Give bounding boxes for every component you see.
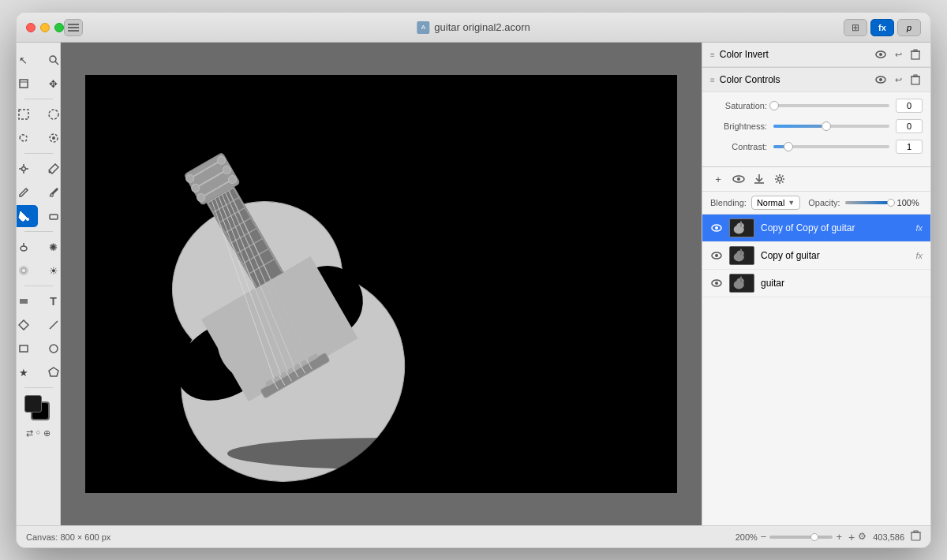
- svg-rect-7: [19, 110, 28, 119]
- svg-point-107: [715, 282, 718, 285]
- visibility-icon-2[interactable]: [874, 73, 888, 87]
- layer-visibility-toggle[interactable]: [710, 277, 723, 289]
- magic-wand-tool[interactable]: [17, 158, 38, 180]
- pen-tool[interactable]: [17, 314, 38, 336]
- color-controls-filter: ≡ Color Controls ↩ Sat: [702, 68, 930, 167]
- toolbar-toggle-btn[interactable]: ⊞: [844, 19, 867, 36]
- zoom-fit-icon[interactable]: ⊕: [43, 428, 51, 439]
- blur-tool[interactable]: [17, 259, 38, 282]
- settings-icon[interactable]: ⚙: [858, 531, 867, 543]
- default-colors-icon[interactable]: ○: [36, 428, 40, 439]
- rect-shape-tool[interactable]: [17, 290, 38, 312]
- fill-tool[interactable]: [17, 205, 38, 227]
- reset-icon-2[interactable]: ↩: [891, 73, 905, 87]
- svg-point-17: [50, 194, 53, 197]
- fx-btn[interactable]: fx: [870, 19, 894, 36]
- contrast-slider[interactable]: [773, 145, 889, 148]
- color-swatch-area: [24, 395, 53, 424]
- rect-select-tool[interactable]: [17, 103, 38, 125]
- layer-name: guitar: [761, 278, 923, 289]
- layer-gear-btn[interactable]: [772, 171, 788, 187]
- color-controls-actions: ↩: [874, 73, 923, 87]
- sidebar-toggle[interactable]: [64, 19, 83, 36]
- layer-item[interactable]: Copy of Copy of guitar fx: [702, 215, 930, 242]
- props-btn[interactable]: p: [897, 19, 921, 36]
- layer-fx-badge[interactable]: fx: [915, 223, 923, 233]
- svg-rect-114: [914, 531, 918, 532]
- rect-draw-tool[interactable]: [17, 338, 38, 360]
- layer-visibility-toggle[interactable]: [710, 249, 723, 262]
- contrast-row: Contrast: 1: [710, 140, 923, 154]
- brightness-value[interactable]: 0: [896, 119, 923, 133]
- filter-handle-2[interactable]: ≡: [710, 76, 715, 84]
- contrast-value[interactable]: 1: [896, 140, 923, 154]
- zoom-slider[interactable]: [769, 536, 833, 539]
- reset-icon[interactable]: ↩: [891, 47, 905, 62]
- layer-item[interactable]: guitar: [702, 270, 930, 297]
- opacity-slider[interactable]: [845, 201, 893, 204]
- layer-item[interactable]: Copy of guitar fx: [702, 242, 930, 270]
- titlebar-right: ⊞ fx p: [844, 19, 921, 36]
- canvas-content: [85, 75, 677, 493]
- layer-thumbnail: [729, 218, 754, 237]
- smudge-tool[interactable]: [17, 236, 38, 258]
- guitar-image: [85, 75, 677, 493]
- crop-tool[interactable]: [17, 73, 38, 95]
- right-panel: ≡ Color Invert ↩ ≡: [702, 43, 930, 525]
- blending-select[interactable]: Normal ▼: [751, 196, 800, 210]
- layer-toolbar: +: [702, 167, 930, 192]
- visibility-icon[interactable]: [874, 47, 888, 62]
- main-window: A guitar original2.acorn ⊞ fx p ↖ ✥: [16, 12, 931, 548]
- layer-settings-btn[interactable]: [731, 171, 747, 187]
- canvas-area[interactable]: [61, 43, 702, 525]
- layer-thumbnail: [729, 246, 754, 265]
- layer-fx-badge[interactable]: fx: [915, 251, 923, 260]
- svg-rect-111: [740, 277, 742, 283]
- star-tool[interactable]: ★: [17, 361, 38, 383]
- add-layer-btn[interactable]: +: [710, 171, 726, 187]
- trash-icon[interactable]: [911, 530, 921, 543]
- saturation-value[interactable]: 0: [896, 99, 923, 113]
- foreground-color-swatch[interactable]: [24, 395, 42, 413]
- layer-download-btn[interactable]: [751, 171, 767, 187]
- zoom-plus-icon[interactable]: +: [836, 531, 842, 543]
- svg-marker-28: [49, 368, 58, 376]
- layers-list: Copy of Copy of guitar fx Copy of guitar…: [702, 215, 930, 525]
- svg-rect-81: [911, 51, 919, 59]
- brightness-row: Brightness: 0: [710, 119, 923, 133]
- blending-chevron-icon: ▼: [788, 199, 795, 207]
- pixel-count: 403,586: [873, 532, 904, 542]
- delete-filter-icon[interactable]: [908, 47, 923, 62]
- minimize-button[interactable]: [40, 23, 50, 32]
- zoom-minus-icon[interactable]: −: [761, 531, 767, 543]
- layer-thumbnail: [729, 274, 754, 293]
- swap-colors-icon[interactable]: ⇄: [26, 428, 33, 439]
- svg-rect-99: [740, 222, 742, 228]
- brightness-slider[interactable]: [773, 125, 889, 128]
- layer-name: Copy of Copy of guitar: [761, 222, 909, 233]
- maximize-button[interactable]: [54, 23, 64, 32]
- svg-point-18: [26, 218, 29, 221]
- svg-rect-112: [911, 532, 920, 540]
- svg-rect-88: [914, 75, 917, 77]
- svg-rect-24: [20, 299, 28, 304]
- brightness-label: Brightness:: [710, 121, 767, 131]
- add-layer-status-btn[interactable]: +: [848, 531, 855, 543]
- lasso-tool[interactable]: [17, 127, 38, 149]
- select-tool[interactable]: ↖: [17, 49, 38, 71]
- zoom-value: 200%: [736, 532, 758, 542]
- main-area: ↖ ✥: [17, 43, 930, 525]
- layer-visibility-toggle[interactable]: [710, 222, 723, 234]
- status-bar: Canvas: 800 × 600 px 200% − + + ⚙ 403,58…: [17, 525, 930, 547]
- delete-filter-icon-2[interactable]: [908, 73, 923, 87]
- tool-extras: ⇄ ○ ⊕: [26, 428, 51, 439]
- color-invert-header: ≡ Color Invert ↩: [702, 43, 930, 67]
- filter-handle[interactable]: ≡: [710, 50, 715, 59]
- layer-panel: + Blending: Normal ▼: [702, 167, 930, 525]
- close-button[interactable]: [26, 23, 36, 32]
- canvas-info: Canvas: 800 × 600 px: [26, 532, 110, 542]
- pencil-tool[interactable]: [17, 181, 38, 203]
- svg-point-15: [21, 167, 25, 171]
- svg-rect-0: [68, 24, 79, 25]
- saturation-slider[interactable]: [773, 104, 889, 107]
